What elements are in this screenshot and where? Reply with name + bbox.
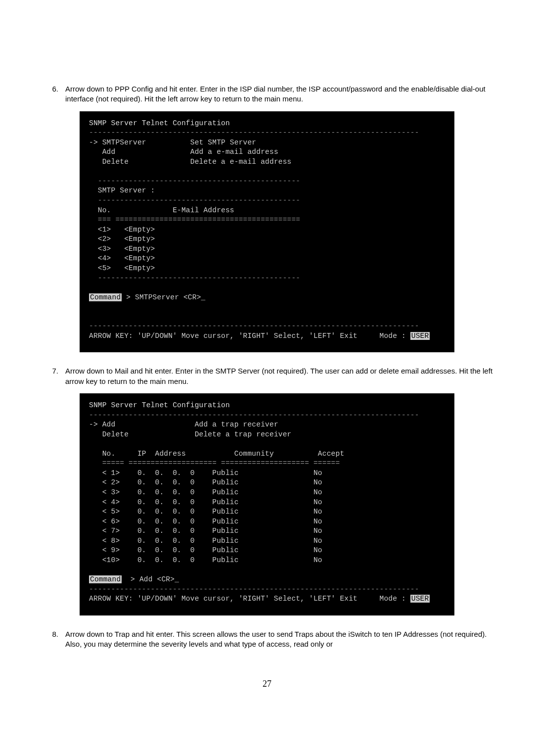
term1-title: SNMP Server Telnet Configuration [89,119,230,127]
term1-dash-top: ----------------------------------------… [89,129,419,137]
term1-eq: === ====================================… [89,216,300,224]
term1-mode: USER [410,332,430,340]
term1-footer: ARROW KEY: 'UP/DOWN' Move cursor, 'RIGHT… [89,332,410,340]
term1-menu-smtpserver: -> SMTPServer [89,139,146,146]
step-8: 8. Arrow down to Trap and hit enter. Thi… [40,629,494,650]
term2-row-4: < 4> 0. 0. 0. 0 Public No [89,498,322,506]
term1-dash-2: ----------------------------------------… [89,196,300,204]
term1-col-no: No. [89,206,111,214]
term2-row-10: <10> 0. 0. 0. 0 Public No [89,556,322,564]
term2-row-3: < 3> 0. 0. 0. 0 Public No [89,488,322,496]
term2-row-7: < 7> 0. 0. 0. 0 Public No [89,527,322,535]
terminal-smtp: SNMP Server Telnet Configuration -------… [80,111,454,353]
term1-menu-delete: Delete [89,158,129,166]
term1-row-4: <4> <Empty> [89,254,155,262]
term1-command-text: > SMTPServer <CR>_ [122,293,205,301]
term1-row-3: <3> <Empty> [89,245,155,253]
term1-smtp-server: SMTP Server : [89,187,155,194]
term2-row-2: < 2> 0. 0. 0. 0 Public No [89,478,322,486]
term2-row-5: < 5> 0. 0. 0. 0 Public No [89,508,322,516]
term1-row-1: <1> <Empty> [89,226,155,234]
step-6-number: 6. [40,84,65,104]
term1-row-2: <2> <Empty> [89,235,155,243]
step-6-text: Arrow down to PPP Config and hit enter. … [65,84,494,104]
term2-dash-bottom: ----------------------------------------… [89,585,419,593]
term2-dash-top: ----------------------------------------… [89,411,419,419]
term2-command-label: Command [89,575,122,583]
step-8-text: Arrow down to Trap and hit enter. This s… [65,629,494,650]
term1-dash-1: ----------------------------------------… [89,177,300,185]
term2-menu-delete: Delete [89,430,129,438]
term1-menu-add: Add [89,148,115,156]
term2-command-text: > Add <CR>_ [122,575,179,583]
term2-row-8: < 8> 0. 0. 0. 0 Public No [89,537,322,545]
term2-menu-add: -> Add [89,421,115,428]
term2-row-6: < 6> 0. 0. 0. 0 Public No [89,518,322,525]
term1-dash-3: ----------------------------------------… [89,274,300,282]
step-8-number: 8. [40,629,65,650]
term2-eq: ===== ==================== =============… [89,459,340,467]
step-7-number: 7. [40,366,65,386]
term2-mode: USER [410,595,430,603]
term1-command-label: Command [89,293,122,301]
terminal-trap: SNMP Server Telnet Configuration -------… [80,393,454,615]
term2-title: SNMP Server Telnet Configuration [89,401,230,409]
page-number: 27 [40,679,494,689]
term2-row-9: < 9> 0. 0. 0. 0 Public No [89,546,322,554]
term1-dash-bottom: ----------------------------------------… [89,322,419,330]
step-7: 7. Arrow down to Mail and hit enter. Ent… [40,366,494,386]
term2-header-row: No. IP Address Community Accept [89,450,344,458]
term1-row-5: <5> <Empty> [89,264,155,272]
step-6: 6. Arrow down to PPP Config and hit ente… [40,84,494,104]
term2-footer: ARROW KEY: 'UP/DOWN' Move cursor, 'RIGHT… [89,595,410,603]
term2-row-1: < 1> 0. 0. 0. 0 Public No [89,469,322,477]
step-7-text: Arrow down to Mail and hit enter. Enter … [65,366,494,386]
term1-col-addr: E-Mail Address [173,206,234,214]
